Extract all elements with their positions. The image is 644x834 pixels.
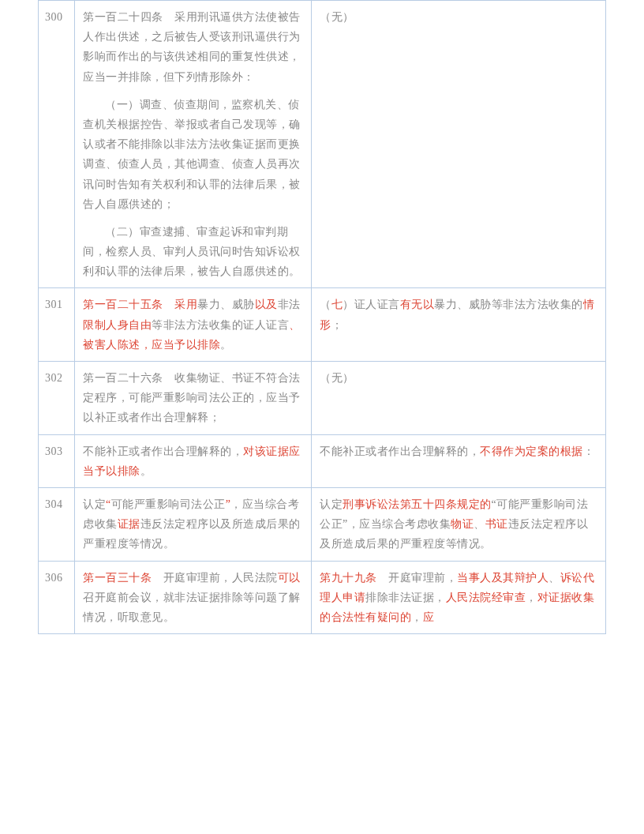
row-number: 300 (39, 1, 75, 288)
comparison-table: 300第一百二十四条 采用刑讯逼供方法使被告人作出供述，之后被告人受该刑讯逼供行… (38, 0, 606, 634)
table-cell: 第一百二十六条 收集物证、书证不符合法定程序，可能严重影响司法公正的，应当予以补… (75, 362, 312, 435)
table-row: 300第一百二十四条 采用刑讯逼供方法使被告人作出供述，之后被告人受该刑讯逼供行… (39, 1, 606, 288)
row-number: 304 (39, 487, 75, 561)
table-cell: 不能补正或者作出合理解释的，不得作为定案的根据： (312, 434, 606, 487)
table-cell: 第一百三十条 开庭审理前，人民法院可以召开庭前会议，就非法证据排除等问题了解情况… (75, 561, 312, 634)
table-cell: （无） (312, 362, 606, 435)
text-block: 不能补正或者作出合理解释的，对该证据应当予以排除。 (83, 441, 303, 481)
text-block: 第一百二十五条 采用暴力、威胁以及非法限制人身自由等非法方法收集的证人证言、被害… (83, 295, 303, 355)
body-text: （二）审查逮捕、审查起诉和审判期间，检察人员、审判人员讯问时告知诉讼权利和认罪的… (83, 226, 301, 277)
table-cell: （无） (312, 1, 606, 288)
highlighted-text: “ (106, 498, 111, 510)
text-block: 认定刑事诉讼法第五十四条规定的“可能严重影响司法公正”，应当综合考虑收集物证、书… (320, 494, 597, 554)
table-row: 303不能补正或者作出合理解释的，对该证据应当予以排除。不能补正或者作出合理解释… (39, 434, 606, 487)
highlighted-text: 限制人身自由 (83, 319, 152, 331)
body-text: 非法 (278, 299, 301, 310)
text-block: 第一百三十条 开庭审理前，人民法院可以召开庭前会议，就非法证据排除等问题了解情况… (83, 568, 303, 628)
text-block: 第九十九条 开庭审理前，当事人及其辩护人、诉讼代理人申请排除非法证据，人民法院经… (320, 568, 597, 628)
highlighted-text: 可以 (278, 572, 301, 584)
body-text: 、 (549, 572, 560, 584)
highlighted-text: 第一百二十五条 采用 (83, 299, 197, 310)
table-cell: 第一百二十五条 采用暴力、威胁以及非法限制人身自由等非法方法收集的证人证言、被害… (75, 288, 312, 362)
text-block: 不能补正或者作出合理解释的，不得作为定案的根据： (320, 441, 597, 461)
highlighted-text: 书证 (485, 518, 508, 530)
body-text: 第一百二十四条 采用刑讯逼供方法使被告人作出供述，之后被告人受该刑讯逼供行为影响… (83, 11, 301, 83)
row-number: 303 (39, 434, 75, 487)
highlighted-text: 证据 (118, 518, 140, 530)
row-number: 301 (39, 288, 75, 362)
highlighted-text: 当事人及其辩护人 (457, 572, 549, 584)
text-block: 认定“可能严重影响司法公正”，应当综合考虑收集证据违反法定程序以及所造成后果的严… (83, 494, 303, 554)
table-row: 301第一百二十五条 采用暴力、威胁以及非法限制人身自由等非法方法收集的证人证言… (39, 288, 606, 362)
paragraph: （一）调查、侦查期间，监察机关、侦查机关根据控告、举报或者自己发现等，确认或者不… (83, 95, 303, 214)
text-block: 第一百二十四条 采用刑讯逼供方法使被告人作出供述，之后被告人受该刑讯逼供行为影响… (83, 7, 303, 87)
text-block: （无） (320, 7, 597, 27)
body-text: （ (320, 299, 331, 310)
text-block: （无） (320, 368, 597, 388)
highlighted-text: 人民法院经审查 (446, 592, 526, 603)
body-text: 开庭审理前，人民法院 (152, 572, 278, 584)
row-number: 302 (39, 362, 75, 435)
highlighted-text: 物证 (451, 518, 474, 530)
body-text: ： (583, 445, 595, 457)
table-row: 304认定“可能严重影响司法公正”，应当综合考虑收集证据违反法定程序以及所造成后… (39, 487, 606, 561)
body-text: 召开庭前会议，就非法证据排除等问题了解情况，听取意见。 (83, 592, 301, 623)
body-text: 不能补正或者作出合理解释的， (320, 445, 480, 457)
highlighted-text: 有无以 (400, 299, 435, 310)
body-text: 排除非法证据， (365, 592, 446, 603)
body-text: 。 (220, 339, 232, 351)
body-text: （无） (320, 11, 354, 23)
page-container: 300第一百二十四条 采用刑讯逼供方法使被告人作出供述，之后被告人受该刑讯逼供行… (0, 0, 644, 634)
table-cell: 第一百二十四条 采用刑讯逼供方法使被告人作出供述，之后被告人受该刑讯逼供行为影响… (75, 1, 312, 288)
body-text: （无） (320, 372, 354, 384)
table-cell: （七）证人证言有无以暴力、威胁等非法方法收集的情形； (312, 288, 606, 362)
body-text: 认定 (320, 498, 343, 510)
table-cell: 第九十九条 开庭审理前，当事人及其辩护人、诉讼代理人申请排除非法证据，人民法院经… (312, 561, 606, 634)
body-text: 开庭审理前， (377, 572, 458, 584)
text-block: （七）证人证言有无以暴力、威胁等非法方法收集的情形； (320, 295, 597, 334)
body-text: 可能严重影响司法公正 (111, 498, 226, 510)
text-block: 第一百二十六条 收集物证、书证不符合法定程序，可能严重影响司法公正的，应当予以补… (83, 368, 303, 428)
body-text: 不能补正或者作出合理解释的， (83, 445, 243, 457)
body-text: 第一百二十六条 收集物证、书证不符合法定程序，可能严重影响司法公正的，应当予以补… (83, 372, 301, 423)
body-text: 暴力、威胁等非法方法收集的 (434, 299, 583, 310)
table-cell: 不能补正或者作出合理解释的，对该证据应当予以排除。 (75, 434, 312, 487)
body-text: ， (526, 592, 537, 603)
body-text: ， (411, 611, 423, 623)
highlighted-text: 应 (423, 611, 435, 623)
paragraph: （二）审查逮捕、审查起诉和审判期间，检察人员、审判人员讯问时告知诉讼权利和认罪的… (83, 222, 303, 282)
highlighted-text: 以及 (255, 299, 278, 310)
table-cell: 认定刑事诉讼法第五十四条规定的“可能严重影响司法公正”，应当综合考虑收集物证、书… (312, 487, 606, 561)
body-text: ； (331, 319, 343, 331)
table-row: 302第一百二十六条 收集物证、书证不符合法定程序，可能严重影响司法公正的，应当… (39, 362, 606, 435)
highlighted-text: 刑事诉讼法第五十四条规定的 (343, 498, 492, 510)
highlighted-text: 不得作为定案的根据 (480, 445, 583, 457)
body-text: 、 (474, 518, 485, 530)
highlighted-text: 第九十九条 (320, 572, 377, 584)
body-text: （一）调查、侦查期间，监察机关、侦查机关根据控告、举报或者自己发现等，确认或者不… (83, 99, 301, 210)
body-text: 暴力、威胁 (197, 299, 255, 310)
table-row: 306第一百三十条 开庭审理前，人民法院可以召开庭前会议，就非法证据排除等问题了… (39, 561, 606, 634)
row-number: 306 (39, 561, 75, 634)
highlighted-text: 七 (331, 299, 343, 310)
body-text: 认定 (83, 498, 106, 510)
body-text: 。 (140, 465, 152, 477)
body-text: ）证人证言 (343, 299, 400, 310)
body-text: 等非法方法收集的证人证言 (152, 319, 289, 331)
table-cell: 认定“可能严重影响司法公正”，应当综合考虑收集证据违反法定程序以及所造成后果的严… (75, 487, 312, 561)
highlighted-text: 第一百三十条 (83, 572, 152, 584)
